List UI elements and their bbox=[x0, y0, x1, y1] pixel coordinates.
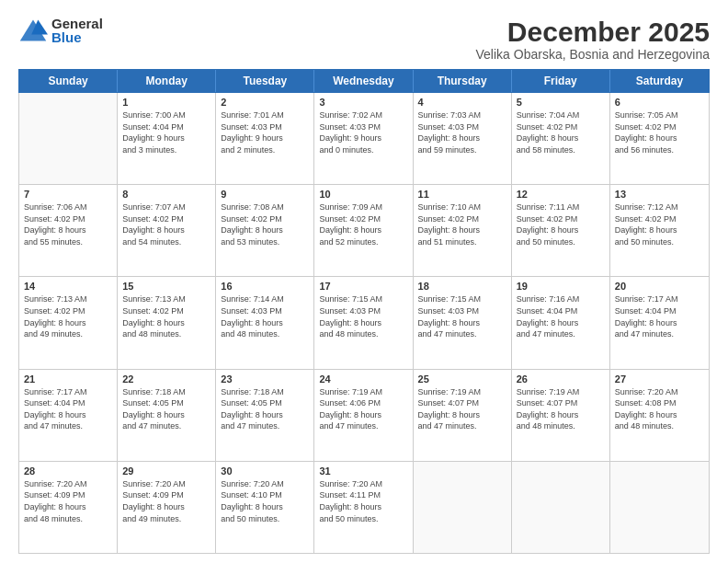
header-day-monday: Monday bbox=[118, 70, 216, 92]
calendar-header: SundayMondayTuesdayWednesdayThursdayFrid… bbox=[18, 69, 710, 93]
logo-blue-text: Blue bbox=[51, 30, 103, 44]
title-block: December 2025 Velika Obarska, Bosnia and… bbox=[476, 17, 710, 62]
calendar-cell: 13Sunrise: 7:12 AMSunset: 4:02 PMDayligh… bbox=[610, 185, 709, 276]
cell-info: Sunrise: 7:18 AMSunset: 4:05 PMDaylight:… bbox=[122, 386, 210, 432]
logo-icon bbox=[18, 17, 48, 43]
calendar-row-5: 28Sunrise: 7:20 AMSunset: 4:09 PMDayligh… bbox=[19, 462, 709, 553]
calendar-row-2: 7Sunrise: 7:06 AMSunset: 4:02 PMDaylight… bbox=[19, 185, 709, 277]
calendar-cell: 25Sunrise: 7:19 AMSunset: 4:07 PMDayligh… bbox=[414, 370, 512, 461]
calendar-row-3: 14Sunrise: 7:13 AMSunset: 4:02 PMDayligh… bbox=[19, 277, 709, 369]
logo-text: General Blue bbox=[51, 17, 103, 44]
cell-day-number: 25 bbox=[418, 373, 506, 385]
cell-info: Sunrise: 7:19 AMSunset: 4:06 PMDaylight:… bbox=[319, 386, 407, 432]
cell-day-number: 3 bbox=[319, 97, 407, 108]
cell-info: Sunrise: 7:04 AMSunset: 4:02 PMDaylight:… bbox=[517, 109, 605, 155]
location: Velika Obarska, Bosnia and Herzegovina bbox=[476, 47, 710, 62]
calendar-cell: 5Sunrise: 7:04 AMSunset: 4:02 PMDaylight… bbox=[512, 93, 610, 184]
cell-day-number: 20 bbox=[615, 281, 704, 292]
cell-day-number: 10 bbox=[319, 189, 407, 200]
calendar-cell: 8Sunrise: 7:07 AMSunset: 4:02 PMDaylight… bbox=[118, 185, 216, 276]
calendar-cell: 2Sunrise: 7:01 AMSunset: 4:03 PMDaylight… bbox=[216, 93, 314, 184]
cell-day-number: 4 bbox=[418, 97, 506, 108]
cell-info: Sunrise: 7:02 AMSunset: 4:03 PMDaylight:… bbox=[319, 109, 407, 155]
cell-day-number: 15 bbox=[122, 281, 210, 292]
cell-day-number: 8 bbox=[122, 189, 210, 200]
cell-info: Sunrise: 7:17 AMSunset: 4:04 PMDaylight:… bbox=[615, 293, 704, 339]
cell-info: Sunrise: 7:19 AMSunset: 4:07 PMDaylight:… bbox=[517, 386, 605, 432]
calendar: SundayMondayTuesdayWednesdayThursdayFrid… bbox=[18, 69, 710, 554]
calendar-body: 1Sunrise: 7:00 AMSunset: 4:04 PMDaylight… bbox=[18, 93, 710, 554]
calendar-cell: 29Sunrise: 7:20 AMSunset: 4:09 PMDayligh… bbox=[118, 462, 216, 553]
calendar-cell: 7Sunrise: 7:06 AMSunset: 4:02 PMDaylight… bbox=[19, 185, 118, 276]
calendar-cell: 14Sunrise: 7:13 AMSunset: 4:02 PMDayligh… bbox=[19, 277, 118, 368]
cell-info: Sunrise: 7:20 AMSunset: 4:11 PMDaylight:… bbox=[319, 478, 407, 524]
cell-day-number: 6 bbox=[615, 97, 704, 108]
cell-day-number: 12 bbox=[517, 189, 605, 200]
calendar-cell: 16Sunrise: 7:14 AMSunset: 4:03 PMDayligh… bbox=[216, 277, 314, 368]
calendar-cell: 12Sunrise: 7:11 AMSunset: 4:02 PMDayligh… bbox=[512, 185, 610, 276]
cell-info: Sunrise: 7:15 AMSunset: 4:03 PMDaylight:… bbox=[319, 293, 407, 339]
cell-info: Sunrise: 7:13 AMSunset: 4:02 PMDaylight:… bbox=[24, 293, 112, 339]
cell-day-number: 11 bbox=[418, 189, 506, 200]
cell-day-number: 29 bbox=[122, 465, 210, 477]
cell-day-number: 13 bbox=[615, 189, 704, 200]
cell-info: Sunrise: 7:00 AMSunset: 4:04 PMDaylight:… bbox=[122, 109, 210, 155]
cell-info: Sunrise: 7:10 AMSunset: 4:02 PMDaylight:… bbox=[418, 201, 506, 247]
cell-day-number: 14 bbox=[24, 281, 112, 292]
cell-day-number: 5 bbox=[517, 97, 605, 108]
calendar-cell: 3Sunrise: 7:02 AMSunset: 4:03 PMDaylight… bbox=[314, 93, 413, 184]
calendar-cell: 10Sunrise: 7:09 AMSunset: 4:02 PMDayligh… bbox=[314, 185, 413, 276]
cell-info: Sunrise: 7:07 AMSunset: 4:02 PMDaylight:… bbox=[122, 201, 210, 247]
cell-info: Sunrise: 7:18 AMSunset: 4:05 PMDaylight:… bbox=[221, 386, 309, 432]
cell-info: Sunrise: 7:19 AMSunset: 4:07 PMDaylight:… bbox=[418, 386, 506, 432]
calendar-cell: 19Sunrise: 7:16 AMSunset: 4:04 PMDayligh… bbox=[512, 277, 610, 368]
logo: General Blue bbox=[18, 17, 103, 44]
cell-day-number: 9 bbox=[221, 189, 309, 200]
cell-day-number: 1 bbox=[122, 97, 210, 108]
header-day-friday: Friday bbox=[512, 70, 610, 92]
cell-info: Sunrise: 7:09 AMSunset: 4:02 PMDaylight:… bbox=[319, 201, 407, 247]
calendar-cell bbox=[19, 93, 118, 184]
cell-day-number: 30 bbox=[221, 465, 309, 477]
header-day-sunday: Sunday bbox=[19, 70, 118, 92]
calendar-cell: 4Sunrise: 7:03 AMSunset: 4:03 PMDaylight… bbox=[414, 93, 512, 184]
cell-day-number: 2 bbox=[221, 97, 309, 108]
header-day-saturday: Saturday bbox=[610, 70, 709, 92]
cell-info: Sunrise: 7:20 AMSunset: 4:09 PMDaylight:… bbox=[122, 478, 210, 524]
calendar-cell: 22Sunrise: 7:18 AMSunset: 4:05 PMDayligh… bbox=[118, 370, 216, 461]
calendar-cell: 27Sunrise: 7:20 AMSunset: 4:08 PMDayligh… bbox=[610, 370, 709, 461]
cell-info: Sunrise: 7:08 AMSunset: 4:02 PMDaylight:… bbox=[221, 201, 309, 247]
header-day-wednesday: Wednesday bbox=[314, 70, 413, 92]
calendar-row-1: 1Sunrise: 7:00 AMSunset: 4:04 PMDaylight… bbox=[19, 93, 709, 185]
cell-day-number: 18 bbox=[418, 281, 506, 292]
cell-info: Sunrise: 7:13 AMSunset: 4:02 PMDaylight:… bbox=[122, 293, 210, 339]
cell-info: Sunrise: 7:12 AMSunset: 4:02 PMDaylight:… bbox=[615, 201, 704, 247]
calendar-cell: 24Sunrise: 7:19 AMSunset: 4:06 PMDayligh… bbox=[314, 370, 413, 461]
cell-day-number: 31 bbox=[319, 465, 407, 477]
cell-info: Sunrise: 7:01 AMSunset: 4:03 PMDaylight:… bbox=[221, 109, 309, 155]
calendar-cell: 30Sunrise: 7:20 AMSunset: 4:10 PMDayligh… bbox=[216, 462, 314, 553]
calendar-cell: 6Sunrise: 7:05 AMSunset: 4:02 PMDaylight… bbox=[610, 93, 709, 184]
header: General Blue December 2025 Velika Obarsk… bbox=[18, 17, 710, 62]
header-day-thursday: Thursday bbox=[414, 70, 512, 92]
calendar-cell: 15Sunrise: 7:13 AMSunset: 4:02 PMDayligh… bbox=[118, 277, 216, 368]
cell-info: Sunrise: 7:20 AMSunset: 4:09 PMDaylight:… bbox=[24, 478, 112, 524]
cell-day-number: 24 bbox=[319, 373, 407, 385]
calendar-cell: 17Sunrise: 7:15 AMSunset: 4:03 PMDayligh… bbox=[314, 277, 413, 368]
cell-info: Sunrise: 7:15 AMSunset: 4:03 PMDaylight:… bbox=[418, 293, 506, 339]
cell-info: Sunrise: 7:14 AMSunset: 4:03 PMDaylight:… bbox=[221, 293, 309, 339]
cell-info: Sunrise: 7:11 AMSunset: 4:02 PMDaylight:… bbox=[517, 201, 605, 247]
calendar-cell: 18Sunrise: 7:15 AMSunset: 4:03 PMDayligh… bbox=[414, 277, 512, 368]
cell-info: Sunrise: 7:05 AMSunset: 4:02 PMDaylight:… bbox=[615, 109, 704, 155]
cell-day-number: 17 bbox=[319, 281, 407, 292]
cell-info: Sunrise: 7:16 AMSunset: 4:04 PMDaylight:… bbox=[517, 293, 605, 339]
calendar-cell: 11Sunrise: 7:10 AMSunset: 4:02 PMDayligh… bbox=[414, 185, 512, 276]
cell-day-number: 27 bbox=[615, 373, 704, 385]
page: General Blue December 2025 Velika Obarsk… bbox=[0, 0, 728, 563]
calendar-cell: 20Sunrise: 7:17 AMSunset: 4:04 PMDayligh… bbox=[610, 277, 709, 368]
cell-info: Sunrise: 7:17 AMSunset: 4:04 PMDaylight:… bbox=[24, 386, 112, 432]
calendar-cell: 26Sunrise: 7:19 AMSunset: 4:07 PMDayligh… bbox=[512, 370, 610, 461]
cell-day-number: 16 bbox=[221, 281, 309, 292]
cell-day-number: 22 bbox=[122, 373, 210, 385]
calendar-cell: 31Sunrise: 7:20 AMSunset: 4:11 PMDayligh… bbox=[314, 462, 413, 553]
